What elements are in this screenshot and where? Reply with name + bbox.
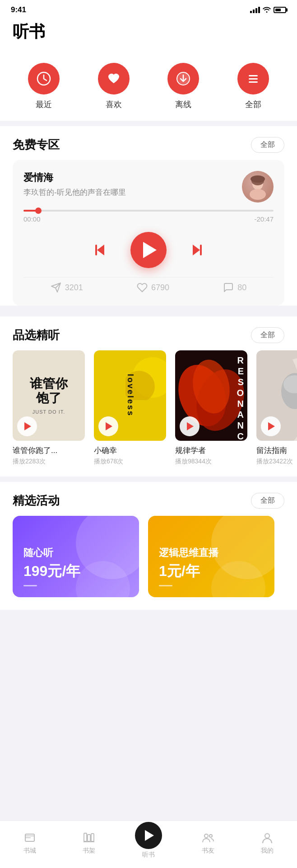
featured-plays-2: 播放678次 [94,458,166,466]
svg-rect-26 [88,835,90,841]
player-title: 爱情海 [23,171,242,184]
like-count: 6790 [151,283,169,292]
nav-listen[interactable]: 听书 [130,826,167,859]
quick-label-all: 全部 [245,99,261,110]
featured-cover-4: FESKAR [256,350,297,441]
featured-all-button[interactable]: 全部 [251,327,284,343]
activity-dash-2 [159,585,172,586]
featured-title: 品选精听 [13,327,60,343]
bookstore-icon [23,830,37,845]
player-subtitle: 李玖哲的-听见他的声音在哪里 [23,187,242,198]
featured-scroll: 谁管你饱了 JUST DO IT. 谁管你跑了... 播放2283次 [0,350,297,476]
free-zone-title: 免费专区 [13,137,60,153]
current-time: 00:00 [23,215,41,223]
activity-card-1[interactable]: 随心听 199元/年 [13,516,139,597]
featured-plays-3: 播放98344次 [175,458,247,466]
featured-item-1[interactable]: 谁管你饱了 JUST DO IT. 谁管你跑了... 播放2283次 [13,350,85,466]
activity-dash-1 [23,585,37,586]
featured-cover-2: loveless [94,350,166,441]
quick-item-all[interactable]: 全部 [237,63,269,110]
featured-item-4[interactable]: FESKAR 留法指南 播放23422次 [256,350,297,466]
nav-mine[interactable]: 我的 [249,830,285,855]
nav-listen-label: 听书 [142,851,155,859]
player-card: 爱情海 李玖哲的-听见他的声音在哪里 [13,160,284,306]
free-zone-all-button[interactable]: 全部 [251,137,284,153]
nav-bookshelf-label: 书架 [83,847,95,855]
nav-bookstore[interactable]: 书城 [12,830,48,855]
share-count: 3201 [65,283,83,292]
quick-label-favorites: 喜欢 [106,99,122,110]
svg-rect-25 [84,833,87,841]
featured-cover-3: RESONANCS [175,350,247,441]
favorites-icon [98,63,130,94]
nav-play-triangle [145,830,154,841]
mine-icon [260,830,274,845]
svg-point-10 [251,175,265,183]
nav-bookstore-label: 书城 [23,847,36,855]
free-zone-section: 免费专区 全部 爱情海 李玖哲的-听见他的声音在哪里 [0,126,297,306]
prev-button[interactable] [91,241,109,259]
next-button[interactable] [188,241,206,259]
featured-item-2[interactable]: loveless 小确幸 播放678次 [94,350,166,466]
featured-name-2: 小确幸 [94,445,166,456]
featured-plays-4: 播放23422次 [256,458,297,466]
svg-point-29 [204,834,208,838]
quick-item-favorites[interactable]: 喜欢 [98,63,130,110]
svg-rect-3 [249,75,258,76]
svg-marker-11 [97,245,104,255]
featured-item-3[interactable]: RESONANCS 规律学者 播放98344次 [175,350,247,466]
comment-stat[interactable]: 80 [223,282,246,293]
signal-icon [250,7,260,13]
all-icon [237,63,269,94]
status-time: 9:41 [11,5,26,14]
player-avatar [242,171,274,203]
stats-row: 3201 6790 80 [23,277,274,295]
cover-play-4[interactable] [261,416,281,436]
recent-icon [28,63,60,94]
play-button[interactable] [130,232,167,268]
featured-name-4: 留法指南 [256,445,297,456]
featured-name-3: 规律学者 [175,445,247,456]
activity-card-2[interactable]: 逻辑思维直播 1元/年 [148,516,274,597]
nav-play-button[interactable] [135,822,162,849]
cover-play-1[interactable] [17,416,37,436]
wifi-icon [263,6,271,14]
activities-all-button[interactable]: 全部 [251,493,284,509]
svg-rect-14 [200,245,202,255]
svg-rect-4 [249,78,258,80]
quick-label-recent: 最近 [36,99,52,110]
featured-section: 品选精听 全部 谁管你饱了 JUST DO IT. 谁管你跑了... 播放228… [0,316,297,476]
battery-icon [274,7,286,13]
nav-bookshelf[interactable]: 书架 [71,830,107,855]
status-icons [250,6,286,14]
quick-item-recent[interactable]: 最近 [28,63,60,110]
quick-item-offline[interactable]: 离线 [167,63,199,110]
activities-section: 精选活动 全部 随心听 199元/年 逻辑思维直播 1元/年 [0,482,297,610]
share-stat[interactable]: 3201 [51,282,83,293]
svg-rect-5 [249,81,258,83]
activities-title: 精选活动 [13,493,60,509]
cover-play-3[interactable] [180,416,200,436]
progress-container[interactable]: 00:00 -20:47 [23,210,274,223]
player-controls [23,232,274,268]
nav-friends-label: 书友 [202,847,214,855]
nav-mine-label: 我的 [261,847,274,855]
remain-time: -20:47 [254,215,274,223]
page-header: 听书 [0,17,297,52]
cover-play-2[interactable] [98,416,118,436]
featured-name-1: 谁管你跑了... [13,445,85,456]
bookshelf-icon [82,830,96,845]
nav-friends[interactable]: 书友 [190,830,226,855]
activities-scroll: 随心听 199元/年 逻辑思维直播 1元/年 [0,516,297,610]
like-stat[interactable]: 6790 [137,282,169,293]
friends-icon [201,830,215,845]
page-title: 听书 [13,21,284,43]
quick-label-offline: 离线 [175,99,191,110]
svg-marker-13 [193,245,200,255]
status-bar: 9:41 [0,0,297,17]
bottom-nav: 书城 书架 听书 书友 [0,821,297,868]
svg-rect-27 [91,834,94,841]
svg-point-30 [209,835,212,837]
featured-cover-1: 谁管你饱了 JUST DO IT. [13,350,85,441]
featured-plays-1: 播放2283次 [13,458,85,466]
